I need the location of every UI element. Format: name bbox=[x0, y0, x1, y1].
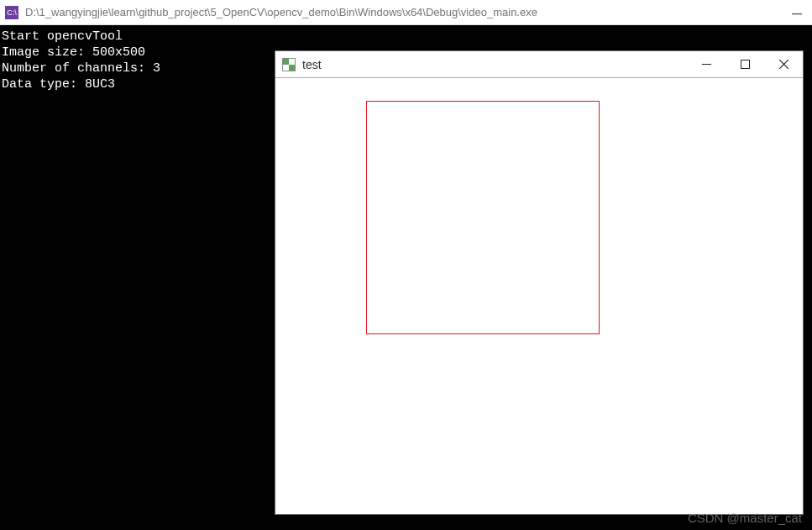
svg-rect-1 bbox=[741, 60, 749, 69]
close-button[interactable] bbox=[764, 51, 803, 77]
console-line: Start opencvTool bbox=[2, 29, 810, 45]
main-title-bar: C:\ D:\1_wangyingjie\learn\github_projec… bbox=[0, 0, 812, 25]
minimize-indicator[interactable]: — bbox=[792, 12, 804, 13]
opencv-window-icon bbox=[282, 58, 296, 71]
window-controls bbox=[687, 51, 803, 77]
child-title-bar[interactable]: test bbox=[275, 51, 803, 78]
drawn-rectangle-top bbox=[366, 101, 600, 102]
image-canvas bbox=[275, 78, 803, 514]
main-window-title: D:\1_wangyingjie\learn\github_project\5_… bbox=[25, 6, 807, 18]
opencv-image-window[interactable]: test bbox=[275, 50, 804, 515]
minimize-button[interactable] bbox=[687, 51, 726, 77]
drawn-rectangle bbox=[366, 101, 600, 334]
watermark-text: CSDN @master_cat bbox=[688, 511, 802, 525]
maximize-button[interactable] bbox=[726, 51, 764, 77]
child-window-title: test bbox=[302, 58, 687, 71]
app-icon: C:\ bbox=[5, 6, 18, 19]
